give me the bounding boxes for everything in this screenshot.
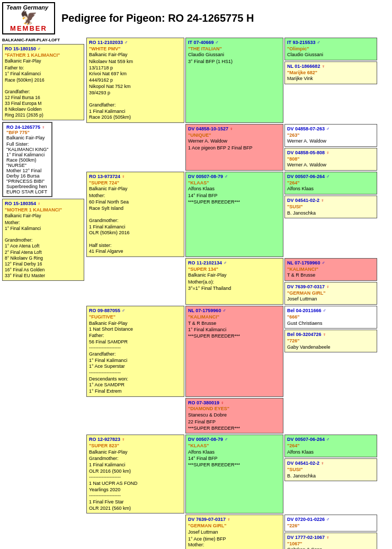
tree-row-8: DV 7639-07-0317 ♀ "GERMAN GIRL" Josef Lu… bbox=[86, 515, 390, 549]
card-dv00-79: DV 00507-08-79 ♂ "KLAAS" Alfons Klaas 14… bbox=[185, 172, 283, 257]
mother-card: RO 15-180354 ♀ "MOTHER 1 KALIMANCI" Balk… bbox=[2, 199, 84, 281]
mother-info: Mother: 1° Final Kalimanci Grandmother: … bbox=[5, 220, 82, 278]
card-ro07: RO 07-380019 ♀ "DIAMOND EYES" Stanescu &… bbox=[185, 398, 283, 433]
tree-row-1: RO 11-2102033 ♂ "WHITE PMV" Balkanic Fai… bbox=[86, 38, 390, 123]
card-dv00b-group: DV 00507-06-264 ♂ "264" Alfons Klaas DV … bbox=[284, 435, 377, 513]
card-bel-group: Bel 04-2011666 ♂ "666" Gust Christiaens … bbox=[284, 306, 377, 397]
card-dv04-susi2: DV 04541-02-2 ♀ "SUSI" B. Janoschka bbox=[284, 458, 377, 481]
card-dv04-susi: DV 04541-02-2 ♀ "SUSI" B. Janoschka bbox=[284, 196, 377, 218]
tree-row-3: RO 13-973724 ♀ "SUPER 724" Balkanic Fair… bbox=[86, 172, 390, 257]
father-info: Father to: 1° Final Kalimanci Race (500k… bbox=[5, 65, 82, 118]
loft-label: BALKANIC-FAIR-PLAY-LOFT bbox=[2, 38, 84, 42]
main-name: "BFP 775" bbox=[6, 130, 48, 135]
mother-name: "MOTHER 1 KALIMANCI" bbox=[5, 207, 82, 214]
card-bel06: Bel 06-3204726 ♀ "726" Gaby Vandenabeele bbox=[284, 330, 377, 352]
main-loft: Balkanic Fair-Play bbox=[6, 135, 48, 140]
card-it93: IT 93-215533 ♂ "Olimpic" Claudio Giussan… bbox=[284, 38, 377, 60]
father-id: RO 15-180150 bbox=[5, 46, 36, 51]
card-ro12: RO 12-927823 ♀ "SUPER 823" Balkanic Fair… bbox=[86, 435, 184, 513]
father-name: "FATHER 1 KALIMANCI" bbox=[5, 52, 82, 59]
card-bel04: Bel 04-2011666 ♂ "666" Gust Christiaens bbox=[284, 306, 377, 329]
mother-id: RO 15-180354 bbox=[5, 201, 36, 206]
card-dv04-1527: DV 04858-10-1527 ♀ "UNIQUE" Werner A. Wa… bbox=[185, 124, 283, 171]
card-nl01: NL 01-1866682 ♀ "Marijke 682" Marijke Vi… bbox=[284, 61, 377, 84]
card-it93-group: IT 93-215533 ♂ "Olimpic" Claudio Giussan… bbox=[284, 38, 377, 123]
card-dv00-264b: DV 00507-06-264 ♂ "264" Alfons Klaas bbox=[284, 435, 377, 457]
card-dv00-group: DV 00507-06-264 ♂ "264" Alfons Klaas DV … bbox=[284, 172, 377, 257]
main-pigeon-card: RO 24-1265775 ♀ "BFP 775" Balkanic Fair-… bbox=[2, 122, 52, 197]
card-dv76-girl: DV 7639-07-0317 ♀ "GERMAN GIRL" Josef Lu… bbox=[284, 282, 377, 305]
page: Team Germany 🦅 MEMBER Pedigree for Pigeo… bbox=[0, 0, 392, 549]
tree-row-4: RO 11-2102134 ♂ "SUPER 134" Balkanic Fai… bbox=[86, 258, 390, 305]
card-dv04-263: DV 04858-07-263 ♂ "263" Werner A. Waldow bbox=[284, 124, 377, 147]
main-info: Full Sister: "KALIMANCI KING" 1° Final K… bbox=[6, 141, 48, 194]
card-dv04-808: DV 04858-05-808 ♀ "808" Werner A. Waldow bbox=[284, 148, 377, 171]
sidebar: BALKANIC-FAIR-PLAY-LOFT RO 15-180150 ♂ "… bbox=[2, 38, 84, 281]
tree-section: RO 11-2102033 ♂ "WHITE PMV" Balkanic Fai… bbox=[86, 38, 390, 549]
card-dv00-79b: DV 00507-08-79 ♂ "KLAAS" Alfons Klaas 14… bbox=[185, 435, 283, 513]
card-ro13: RO 13-973724 ♀ "SUPER 724" Balkanic Fair… bbox=[86, 172, 184, 257]
pedigree-layout: BALKANIC-FAIR-PLAY-LOFT RO 15-180150 ♂ "… bbox=[2, 38, 390, 549]
tree-row-6: RO 07-380019 ♀ "DIAMOND EYES" Stanescu &… bbox=[86, 398, 390, 433]
card-dv07-0226: DV 0720-01-0226 ♂ "226" bbox=[284, 515, 377, 531]
page-title: Pedigree for Pigeon: RO 24-1265775 H bbox=[61, 12, 254, 24]
card-nl07-kal2: NL 07-1759960 ♂ "KALIMANCI" T & R Brusse… bbox=[185, 306, 283, 397]
card-nl07-group: NL 07-1759960 ♂ "KALIMANCI" T & R Brusse… bbox=[284, 258, 377, 305]
card-dv00-264: DV 00507-06-264 ♂ "264" Alfons Klaas bbox=[284, 172, 377, 194]
tree-row-5: RO 09-887055 ♂ "FUGITIVE" Balkanic Fair-… bbox=[86, 306, 390, 397]
tree-row-7: RO 12-927823 ♀ "SUPER 823" Balkanic Fair… bbox=[86, 435, 390, 513]
mother-loft: Balkanic Fair-Play bbox=[5, 213, 82, 219]
card-ro11: RO 11-2102033 ♂ "WHITE PMV" Balkanic Fai… bbox=[86, 38, 184, 123]
card-dv76-girl2: DV 7639-07-0317 ♀ "GERMAN GIRL" Josef Lu… bbox=[185, 515, 283, 549]
card-it07: IT 07-40669 ♂ "THE ITALIAN" Claudio Gius… bbox=[185, 38, 283, 123]
father-card: RO 15-180150 ♂ "FATHER 1 KALIMANCI" Balk… bbox=[2, 44, 84, 120]
card-dv04-group: DV 04858-07-263 ♂ "263" Werner A. Waldow… bbox=[284, 124, 377, 171]
father-loft: Balkanic Fair-Play bbox=[5, 58, 82, 64]
card-nl07-kal: NL 07-1759960 ♂ "KALIMANCI" T & R Brusse bbox=[284, 258, 377, 281]
logo-box: Team Germany 🦅 MEMBER bbox=[2, 2, 55, 34]
card-dv-final-group: DV 0720-01-0226 ♂ "226" DV 1777-02-1067 … bbox=[284, 515, 377, 549]
main-id: RO 24-1265775 bbox=[6, 125, 40, 130]
card-dv17-1067: DV 1777-02-1067 ♀ "1067" Gehrken & Sons bbox=[284, 533, 377, 549]
card-ro11-134: RO 11-2102134 ♂ "SUPER 134" Balkanic Fai… bbox=[185, 258, 283, 305]
card-ro09: RO 09-887055 ♂ "FUGITIVE" Balkanic Fair-… bbox=[86, 306, 184, 397]
member-label: MEMBER bbox=[6, 24, 51, 32]
tree-row-2: DV 04858-10-1527 ♀ "UNIQUE" Werner A. Wa… bbox=[86, 124, 390, 171]
header: Team Germany 🦅 MEMBER Pedigree for Pigeo… bbox=[2, 2, 390, 34]
eagle-icon: 🦅 bbox=[20, 11, 37, 24]
